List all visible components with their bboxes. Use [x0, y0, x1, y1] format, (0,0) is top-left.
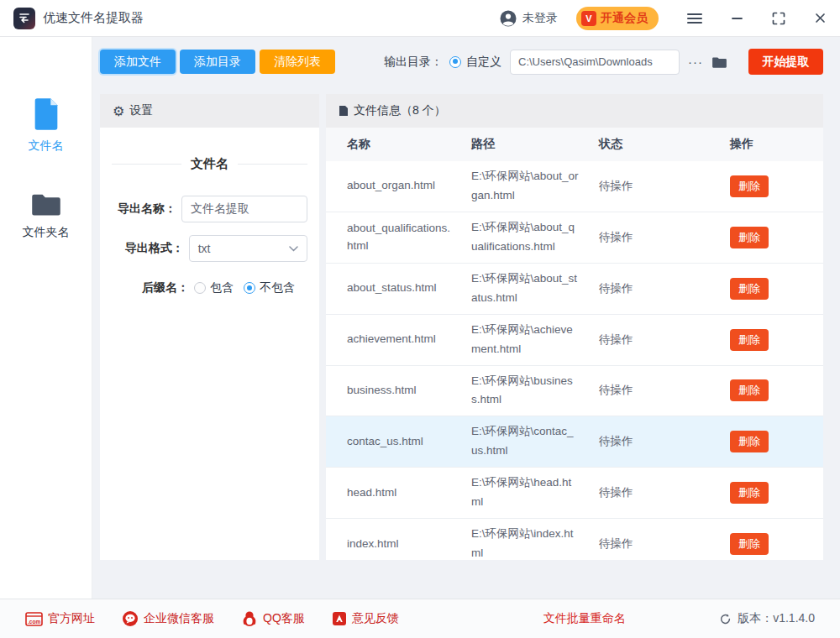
export-format-label: 导出格式：: [112, 241, 184, 256]
file-name-cell: head.html: [326, 484, 466, 502]
custom-output-radio[interactable]: [449, 56, 461, 68]
document-icon: [339, 105, 349, 117]
chevron-down-icon: [289, 246, 298, 252]
files-header-label: 文件信息（8 个）: [354, 103, 446, 118]
official-site-label: 官方网址: [48, 611, 95, 626]
feedback-label: 意见反馈: [352, 611, 399, 626]
file-status-cell: 待操作: [588, 434, 712, 449]
start-extract-button[interactable]: 开始提取: [748, 49, 823, 75]
export-format-select[interactable]: txt: [189, 235, 307, 262]
wechat-service-link[interactable]: 企业微信客服: [122, 610, 214, 627]
delete-button[interactable]: 删除: [730, 431, 769, 452]
file-path-cell: E:\环保网站\business.html: [466, 372, 588, 411]
table-row[interactable]: about_qualifications.html E:\环保网站\about_…: [326, 212, 823, 264]
file-status-cell: 待操作: [588, 230, 712, 245]
col-status: 状态: [588, 137, 712, 152]
suffix-include-radio[interactable]: 包含: [194, 280, 234, 295]
qq-service-link[interactable]: QQ客服: [241, 610, 305, 627]
sidebar: 文件名 文件夹名: [0, 37, 92, 599]
output-dir-group: 输出目录： 自定义 ··· 开始提取: [384, 49, 823, 75]
file-action-cell: 删除: [712, 329, 823, 351]
refresh-icon[interactable]: [719, 613, 732, 625]
add-directory-button[interactable]: 添加目录: [180, 50, 255, 74]
output-path-input[interactable]: [510, 50, 680, 75]
sidebar-item-foldername[interactable]: 文件夹名: [23, 191, 70, 240]
vip-label: 开通会员: [601, 11, 648, 26]
file-status-cell: 待操作: [588, 281, 712, 296]
suffix-exclude-radio[interactable]: 不包含: [244, 280, 295, 295]
open-vip-button[interactable]: V 开通会员: [576, 7, 659, 30]
qq-service-label: QQ客服: [263, 611, 305, 626]
clear-list-button[interactable]: 清除列表: [260, 50, 335, 74]
add-files-button[interactable]: 添加文件: [100, 50, 176, 74]
file-path-cell: E:\环保网站\achievement.html: [466, 321, 588, 359]
file-path-cell: E:\环保网站\about_status.html: [466, 269, 588, 308]
file-path-cell: E:\环保网站\about_qualifications.html: [466, 218, 588, 257]
feedback-link[interactable]: 意见反馈: [332, 611, 399, 626]
user-avatar-icon: [500, 10, 517, 27]
radio-on-icon: [244, 282, 255, 294]
table-row[interactable]: achievement.html E:\环保网站\achievement.htm…: [326, 315, 823, 366]
file-path-cell: E:\环保网站\contac_us.html: [466, 422, 588, 461]
file-name-cell: index.html: [326, 536, 466, 553]
app-title: 优速文件名提取器: [43, 10, 144, 26]
maximize-icon[interactable]: [772, 12, 785, 25]
settings-header-label: 设置: [129, 103, 153, 118]
file-action-cell: 删除: [712, 175, 823, 197]
wechat-service-label: 企业微信客服: [144, 611, 214, 626]
minimize-icon[interactable]: [731, 12, 743, 24]
export-name-input[interactable]: [181, 196, 307, 222]
table-row[interactable]: business.html E:\环保网站\business.html 待操作 …: [326, 366, 823, 417]
file-action-cell: 删除: [712, 278, 823, 300]
version-info: 版本：v1.1.4.0: [719, 611, 815, 626]
radio-off-icon: [194, 282, 206, 294]
file-name-cell: about_organ.html: [326, 177, 466, 195]
export-name-label: 导出名称：: [112, 201, 176, 217]
sidebar-item-filename[interactable]: 文件名: [29, 97, 64, 154]
custom-output-label: 自定义: [466, 55, 501, 70]
file-status-cell: 待操作: [588, 536, 712, 552]
table-row[interactable]: about_status.html E:\环保网站\about_status.h…: [326, 264, 823, 315]
panels: ⚙ 设置 文件名 导出名称： 导出格式：: [92, 81, 840, 599]
delete-button[interactable]: 删除: [730, 379, 769, 401]
user-login[interactable]: 未登录: [500, 10, 558, 27]
open-folder-icon[interactable]: [711, 55, 727, 69]
table-body: about_organ.html E:\环保网站\about_organ.htm…: [326, 161, 823, 560]
file-action-cell: 删除: [712, 482, 823, 504]
delete-button[interactable]: 删除: [730, 227, 769, 248]
file-status-cell: 待操作: [588, 179, 712, 194]
delete-button[interactable]: 删除: [730, 175, 769, 197]
suffix-exclude-label: 不包含: [260, 280, 295, 295]
col-action: 操作: [712, 137, 823, 152]
official-site-link[interactable]: .com 官方网址: [25, 611, 95, 626]
batch-rename-link[interactable]: 文件批量重命名: [543, 611, 626, 626]
delete-button[interactable]: 删除: [730, 482, 769, 504]
menu-icon[interactable]: [687, 11, 702, 26]
settings-section-title: 文件名: [112, 156, 307, 172]
table-row[interactable]: about_organ.html E:\环保网站\about_organ.htm…: [326, 161, 823, 212]
qq-icon: [241, 610, 258, 627]
browse-more-button[interactable]: ···: [688, 55, 703, 69]
delete-button[interactable]: 删除: [730, 533, 769, 555]
section-title-label: 文件名: [191, 156, 228, 172]
file-name-cell: achievement.html: [326, 331, 466, 348]
table-row[interactable]: contac_us.html E:\环保网站\contac_us.html 待操…: [326, 416, 823, 468]
settings-panel: ⚙ 设置 文件名 导出名称： 导出格式：: [100, 94, 319, 560]
output-dir-label: 输出目录：: [384, 55, 443, 70]
file-name-cell: about_status.html: [326, 280, 466, 297]
file-path-cell: E:\环保网站\head.html: [466, 473, 588, 512]
file-path-cell: E:\环保网站\index.html: [466, 525, 588, 560]
delete-button[interactable]: 删除: [730, 329, 769, 351]
feedback-icon: [332, 611, 347, 626]
delete-button[interactable]: 删除: [730, 278, 769, 300]
suffix-label: 后缀名：: [112, 280, 189, 295]
file-name-cell: business.html: [326, 382, 466, 400]
table-row[interactable]: head.html E:\环保网站\head.html 待操作 删除: [326, 468, 823, 519]
close-icon[interactable]: [814, 12, 827, 24]
folder-icon: [30, 191, 62, 217]
file-path-cell: E:\环保网站\about_organ.html: [466, 167, 588, 206]
col-path: 路径: [466, 137, 588, 152]
table-row[interactable]: index.html E:\环保网站\index.html 待操作 删除: [326, 519, 823, 560]
files-panel: 文件信息（8 个） 名称 路径 状态 操作 about_organ.html E…: [326, 94, 823, 560]
file-name-cell: about_qualifications.html: [326, 220, 466, 255]
